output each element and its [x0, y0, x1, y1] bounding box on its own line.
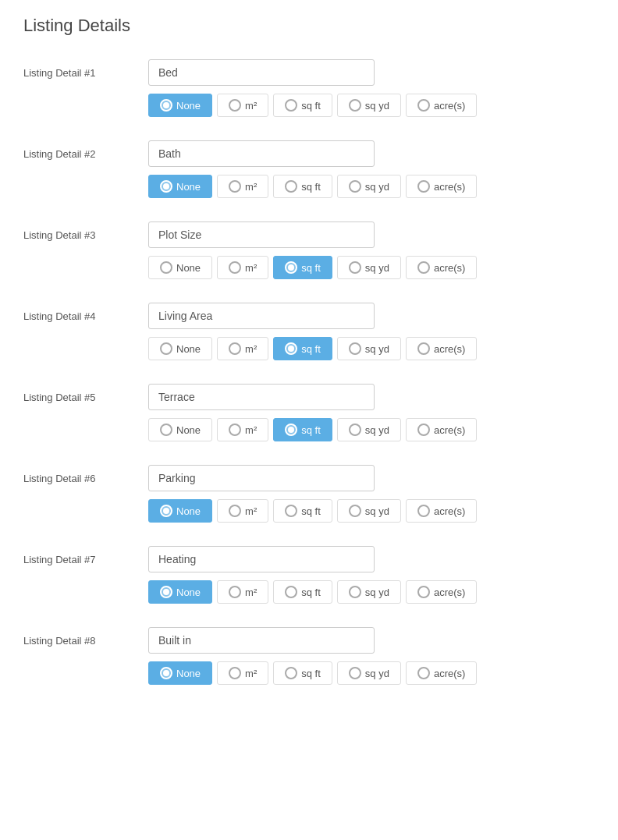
- radio-option-5-sq-yd[interactable]: sq yd: [337, 418, 401, 441]
- listing-label-3: Listing Detail #3: [23, 222, 133, 241]
- radio-circle-icon: [417, 505, 430, 517]
- radio-circle-icon: [160, 342, 172, 355]
- radio-option-label: sq ft: [301, 100, 321, 112]
- radio-circle-icon: [417, 180, 430, 193]
- radio-option-label: sq ft: [301, 181, 321, 193]
- listing-input-6[interactable]: [148, 465, 375, 491]
- listing-label-5: Listing Detail #5: [23, 384, 133, 403]
- radio-option-6-sq-yd[interactable]: sq yd: [337, 499, 401, 523]
- radio-option-5-sq-ft[interactable]: sq ft: [273, 418, 332, 441]
- radio-circle-icon: [229, 667, 241, 679]
- radio-option-2-sq-ft[interactable]: sq ft: [273, 175, 332, 198]
- radio-option-2-m-[interactable]: m²: [217, 175, 268, 198]
- listing-controls-5: Nonem²sq ftsq ydacre(s): [148, 384, 595, 441]
- radio-option-label: acre(s): [434, 100, 465, 112]
- radio-option-1-acre-s-[interactable]: acre(s): [406, 94, 477, 117]
- radio-group-5: Nonem²sq ftsq ydacre(s): [148, 418, 595, 441]
- radio-option-label: sq yd: [365, 505, 389, 517]
- listing-controls-6: Nonem²sq ftsq ydacre(s): [148, 465, 595, 523]
- listings-container: Listing Detail #1Nonem²sq ftsq ydacre(s)…: [23, 59, 595, 685]
- radio-option-8-sq-yd[interactable]: sq yd: [337, 661, 401, 685]
- radio-option-6-acre-s-[interactable]: acre(s): [406, 499, 477, 523]
- radio-option-5-m-[interactable]: m²: [217, 418, 268, 441]
- listing-input-5[interactable]: [148, 384, 375, 410]
- radio-option-7-sq-yd[interactable]: sq yd: [337, 580, 401, 604]
- radio-option-label: m²: [245, 587, 257, 598]
- radio-option-3-acre-s-[interactable]: acre(s): [406, 256, 477, 279]
- listing-input-3[interactable]: [148, 222, 375, 248]
- radio-option-2-sq-yd[interactable]: sq yd: [337, 175, 401, 198]
- radio-option-7-None[interactable]: None: [148, 580, 212, 604]
- radio-option-1-None[interactable]: None: [148, 94, 212, 117]
- radio-option-label: sq ft: [301, 262, 321, 274]
- radio-option-4-acre-s-[interactable]: acre(s): [406, 337, 477, 360]
- radio-option-label: None: [176, 587, 201, 598]
- radio-circle-icon: [160, 261, 172, 274]
- radio-option-8-acre-s-[interactable]: acre(s): [406, 661, 477, 685]
- radio-option-7-acre-s-[interactable]: acre(s): [406, 580, 477, 604]
- radio-option-6-None[interactable]: None: [148, 499, 212, 523]
- radio-option-8-m-[interactable]: m²: [217, 661, 268, 685]
- radio-option-8-sq-ft[interactable]: sq ft: [273, 661, 332, 685]
- radio-option-3-sq-yd[interactable]: sq yd: [337, 256, 401, 279]
- radio-option-4-sq-ft[interactable]: sq ft: [273, 337, 332, 360]
- radio-option-7-m-[interactable]: m²: [217, 580, 268, 604]
- radio-group-8: Nonem²sq ftsq ydacre(s): [148, 661, 595, 685]
- radio-option-2-None[interactable]: None: [148, 175, 212, 198]
- radio-group-2: Nonem²sq ftsq ydacre(s): [148, 175, 595, 198]
- radio-circle-icon: [285, 342, 297, 355]
- radio-option-5-None[interactable]: None: [148, 418, 212, 441]
- radio-group-6: Nonem²sq ftsq ydacre(s): [148, 499, 595, 523]
- radio-option-label: None: [176, 262, 201, 274]
- radio-option-label: m²: [245, 343, 257, 355]
- radio-circle-icon: [349, 180, 361, 193]
- radio-circle-icon: [417, 424, 430, 436]
- listing-label-2: Listing Detail #2: [23, 140, 133, 160]
- radio-option-7-sq-ft[interactable]: sq ft: [273, 580, 332, 604]
- radio-option-4-sq-yd[interactable]: sq yd: [337, 337, 401, 360]
- radio-option-4-m-[interactable]: m²: [217, 337, 268, 360]
- listing-input-4[interactable]: [148, 303, 375, 329]
- radio-option-4-None[interactable]: None: [148, 337, 212, 360]
- radio-option-1-sq-yd[interactable]: sq yd: [337, 94, 401, 117]
- listing-input-1[interactable]: [148, 59, 375, 86]
- radio-option-3-sq-ft[interactable]: sq ft: [273, 256, 332, 279]
- radio-circle-icon: [160, 424, 172, 436]
- radio-option-3-None[interactable]: None: [148, 256, 212, 279]
- radio-option-label: acre(s): [434, 587, 465, 598]
- radio-circle-icon: [417, 667, 430, 679]
- radio-option-label: m²: [245, 505, 257, 517]
- radio-option-3-m-[interactable]: m²: [217, 256, 268, 279]
- radio-circle-icon: [349, 667, 361, 679]
- radio-option-label: m²: [245, 181, 257, 193]
- radio-circle-icon: [229, 261, 241, 274]
- radio-option-label: sq yd: [365, 668, 389, 679]
- radio-circle-icon: [349, 586, 361, 598]
- radio-circle-icon: [285, 667, 297, 679]
- radio-group-1: Nonem²sq ftsq ydacre(s): [148, 94, 595, 117]
- radio-circle-icon: [229, 342, 241, 355]
- radio-option-2-acre-s-[interactable]: acre(s): [406, 175, 477, 198]
- listing-input-8[interactable]: [148, 627, 375, 654]
- radio-option-1-sq-ft[interactable]: sq ft: [273, 94, 332, 117]
- radio-option-8-None[interactable]: None: [148, 661, 212, 685]
- radio-option-label: None: [176, 343, 201, 355]
- radio-option-6-m-[interactable]: m²: [217, 499, 268, 523]
- radio-option-label: sq yd: [365, 100, 389, 112]
- listing-label-6: Listing Detail #6: [23, 465, 133, 484]
- listing-row: Listing Detail #8Nonem²sq ftsq ydacre(s): [23, 627, 595, 685]
- listing-row: Listing Detail #3Nonem²sq ftsq ydacre(s): [23, 222, 595, 279]
- radio-option-1-m-[interactable]: m²: [217, 94, 268, 117]
- radio-circle-icon: [285, 261, 297, 274]
- radio-option-5-acre-s-[interactable]: acre(s): [406, 418, 477, 441]
- radio-circle-icon: [160, 667, 172, 679]
- listing-input-2[interactable]: [148, 140, 375, 167]
- radio-option-6-sq-ft[interactable]: sq ft: [273, 499, 332, 523]
- listing-row: Listing Detail #5Nonem²sq ftsq ydacre(s): [23, 384, 595, 441]
- radio-option-label: sq yd: [365, 181, 389, 193]
- radio-circle-icon: [160, 586, 172, 598]
- listing-row: Listing Detail #6Nonem²sq ftsq ydacre(s): [23, 465, 595, 523]
- radio-option-label: None: [176, 181, 201, 193]
- radio-option-label: sq ft: [301, 587, 321, 598]
- listing-input-7[interactable]: [148, 546, 375, 572]
